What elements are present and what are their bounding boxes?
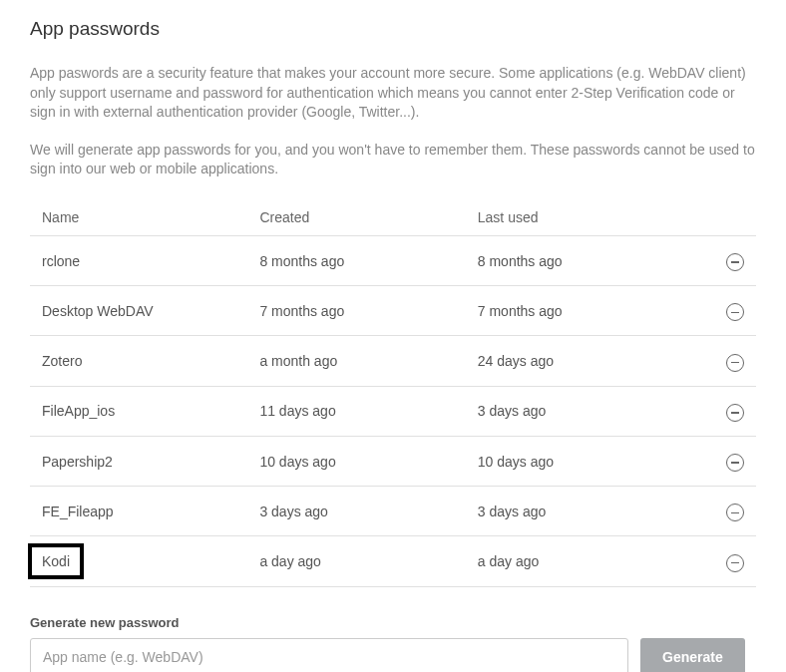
row-action xyxy=(683,235,756,285)
generate-section: Generate new password Generate xyxy=(30,615,756,672)
row-last-used: 10 days ago xyxy=(466,436,683,486)
column-header-last-used: Last used xyxy=(466,199,683,236)
page-title: App passwords xyxy=(30,18,756,40)
row-created: 8 months ago xyxy=(247,235,465,285)
row-created: 10 days ago xyxy=(247,436,465,486)
column-header-name: Name xyxy=(30,199,247,236)
row-action xyxy=(683,536,756,586)
description-paragraph-1: App paswords are a security feature that… xyxy=(30,64,756,123)
generate-label: Generate new password xyxy=(30,615,756,630)
table-row: Papership210 days ago10 days ago xyxy=(30,436,756,486)
row-name: Zotero xyxy=(30,336,247,386)
app-passwords-table: Name Created Last used rclone8 months ag… xyxy=(30,199,756,587)
generate-button[interactable]: Generate xyxy=(640,638,745,672)
row-last-used: a day ago xyxy=(466,536,683,586)
row-created: 7 months ago xyxy=(247,286,465,336)
remove-icon[interactable] xyxy=(726,404,744,422)
column-header-action xyxy=(683,199,756,236)
table-row: Kodia day agoa day ago xyxy=(30,536,756,586)
app-name-input[interactable] xyxy=(30,638,628,672)
row-name: FileApp_ios xyxy=(30,386,247,436)
row-last-used: 8 months ago xyxy=(466,235,683,285)
description-paragraph-2: We will generate app passwords for you, … xyxy=(30,141,756,179)
row-name: FE_Fileapp xyxy=(30,487,247,536)
table-row: Desktop WebDAV7 months ago7 months ago xyxy=(30,286,756,336)
remove-icon[interactable] xyxy=(726,454,744,472)
remove-icon[interactable] xyxy=(726,303,744,321)
row-action xyxy=(683,487,756,536)
remove-icon[interactable] xyxy=(726,554,744,572)
row-name: Desktop WebDAV xyxy=(30,286,247,336)
remove-icon[interactable] xyxy=(726,354,744,372)
row-name: rclone xyxy=(30,235,247,285)
row-last-used: 3 days ago xyxy=(466,386,683,436)
table-row: FE_Fileapp3 days ago3 days ago xyxy=(30,487,756,536)
row-name: Kodi xyxy=(30,536,247,586)
remove-icon[interactable] xyxy=(726,504,744,521)
row-action xyxy=(683,286,756,336)
row-action xyxy=(683,386,756,436)
row-last-used: 3 days ago xyxy=(466,487,683,536)
column-header-created: Created xyxy=(247,199,465,236)
row-action xyxy=(683,436,756,486)
remove-icon[interactable] xyxy=(726,253,744,271)
row-created: 3 days ago xyxy=(247,487,465,536)
table-row: Zoteroa month ago24 days ago xyxy=(30,336,756,386)
highlight-box: Kodi xyxy=(28,543,84,579)
row-created: 11 days ago xyxy=(247,386,465,436)
table-row: rclone8 months ago8 months ago xyxy=(30,235,756,285)
row-last-used: 24 days ago xyxy=(466,336,683,386)
table-row: FileApp_ios11 days ago3 days ago xyxy=(30,386,756,436)
row-created: a month ago xyxy=(247,336,465,386)
row-created: a day ago xyxy=(247,536,465,586)
row-name: Papership2 xyxy=(30,436,247,486)
row-action xyxy=(683,336,756,386)
row-last-used: 7 months ago xyxy=(466,286,683,336)
